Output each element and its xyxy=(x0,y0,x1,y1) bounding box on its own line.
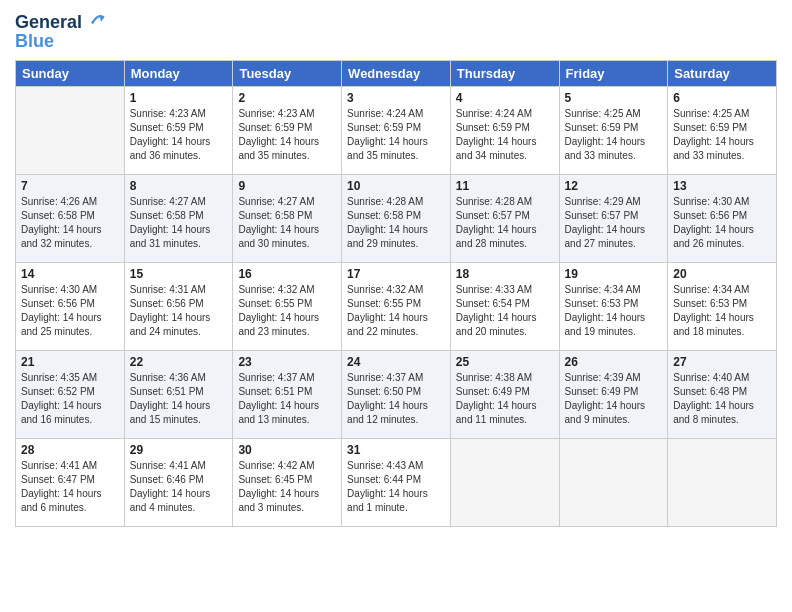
calendar-cell xyxy=(16,86,125,174)
day-number: 18 xyxy=(456,267,554,281)
calendar-cell: 21 Sunrise: 4:35 AM Sunset: 6:52 PM Dayl… xyxy=(16,350,125,438)
day-number: 11 xyxy=(456,179,554,193)
calendar-cell: 31 Sunrise: 4:43 AM Sunset: 6:44 PM Dayl… xyxy=(342,438,451,526)
day-number: 29 xyxy=(130,443,228,457)
day-info: Sunrise: 4:35 AM Sunset: 6:52 PM Dayligh… xyxy=(21,371,119,427)
day-number: 9 xyxy=(238,179,336,193)
day-number: 27 xyxy=(673,355,771,369)
calendar-cell: 27 Sunrise: 4:40 AM Sunset: 6:48 PM Dayl… xyxy=(668,350,777,438)
day-number: 19 xyxy=(565,267,663,281)
day-number: 6 xyxy=(673,91,771,105)
calendar-cell: 6 Sunrise: 4:25 AM Sunset: 6:59 PM Dayli… xyxy=(668,86,777,174)
calendar-cell: 18 Sunrise: 4:33 AM Sunset: 6:54 PM Dayl… xyxy=(450,262,559,350)
day-number: 30 xyxy=(238,443,336,457)
day-info: Sunrise: 4:37 AM Sunset: 6:51 PM Dayligh… xyxy=(238,371,336,427)
day-number: 10 xyxy=(347,179,445,193)
day-number: 17 xyxy=(347,267,445,281)
weekday-header-saturday: Saturday xyxy=(668,60,777,86)
calendar-cell: 26 Sunrise: 4:39 AM Sunset: 6:49 PM Dayl… xyxy=(559,350,668,438)
calendar-cell: 15 Sunrise: 4:31 AM Sunset: 6:56 PM Dayl… xyxy=(124,262,233,350)
calendar-cell: 3 Sunrise: 4:24 AM Sunset: 6:59 PM Dayli… xyxy=(342,86,451,174)
day-info: Sunrise: 4:34 AM Sunset: 6:53 PM Dayligh… xyxy=(673,283,771,339)
day-number: 8 xyxy=(130,179,228,193)
calendar-cell: 23 Sunrise: 4:37 AM Sunset: 6:51 PM Dayl… xyxy=(233,350,342,438)
calendar-cell: 14 Sunrise: 4:30 AM Sunset: 6:56 PM Dayl… xyxy=(16,262,125,350)
day-number: 23 xyxy=(238,355,336,369)
day-number: 16 xyxy=(238,267,336,281)
week-row-5: 28 Sunrise: 4:41 AM Sunset: 6:47 PM Dayl… xyxy=(16,438,777,526)
week-row-1: 1 Sunrise: 4:23 AM Sunset: 6:59 PM Dayli… xyxy=(16,86,777,174)
logo-text: General xyxy=(15,10,107,33)
calendar-cell: 10 Sunrise: 4:28 AM Sunset: 6:58 PM Dayl… xyxy=(342,174,451,262)
day-info: Sunrise: 4:33 AM Sunset: 6:54 PM Dayligh… xyxy=(456,283,554,339)
day-info: Sunrise: 4:34 AM Sunset: 6:53 PM Dayligh… xyxy=(565,283,663,339)
day-info: Sunrise: 4:28 AM Sunset: 6:58 PM Dayligh… xyxy=(347,195,445,251)
calendar-cell: 7 Sunrise: 4:26 AM Sunset: 6:58 PM Dayli… xyxy=(16,174,125,262)
day-info: Sunrise: 4:39 AM Sunset: 6:49 PM Dayligh… xyxy=(565,371,663,427)
logo: General Blue xyxy=(15,10,107,52)
day-number: 15 xyxy=(130,267,228,281)
day-info: Sunrise: 4:41 AM Sunset: 6:47 PM Dayligh… xyxy=(21,459,119,515)
day-info: Sunrise: 4:38 AM Sunset: 6:49 PM Dayligh… xyxy=(456,371,554,427)
day-info: Sunrise: 4:23 AM Sunset: 6:59 PM Dayligh… xyxy=(130,107,228,163)
day-info: Sunrise: 4:30 AM Sunset: 6:56 PM Dayligh… xyxy=(21,283,119,339)
day-info: Sunrise: 4:43 AM Sunset: 6:44 PM Dayligh… xyxy=(347,459,445,515)
calendar-cell: 24 Sunrise: 4:37 AM Sunset: 6:50 PM Dayl… xyxy=(342,350,451,438)
day-number: 22 xyxy=(130,355,228,369)
day-number: 7 xyxy=(21,179,119,193)
day-info: Sunrise: 4:27 AM Sunset: 6:58 PM Dayligh… xyxy=(130,195,228,251)
weekday-header-sunday: Sunday xyxy=(16,60,125,86)
day-info: Sunrise: 4:27 AM Sunset: 6:58 PM Dayligh… xyxy=(238,195,336,251)
calendar-cell: 5 Sunrise: 4:25 AM Sunset: 6:59 PM Dayli… xyxy=(559,86,668,174)
day-number: 31 xyxy=(347,443,445,457)
weekday-header-row: SundayMondayTuesdayWednesdayThursdayFrid… xyxy=(16,60,777,86)
day-number: 1 xyxy=(130,91,228,105)
day-info: Sunrise: 4:32 AM Sunset: 6:55 PM Dayligh… xyxy=(238,283,336,339)
day-info: Sunrise: 4:30 AM Sunset: 6:56 PM Dayligh… xyxy=(673,195,771,251)
day-number: 13 xyxy=(673,179,771,193)
calendar-cell: 2 Sunrise: 4:23 AM Sunset: 6:59 PM Dayli… xyxy=(233,86,342,174)
calendar-cell: 28 Sunrise: 4:41 AM Sunset: 6:47 PM Dayl… xyxy=(16,438,125,526)
day-number: 4 xyxy=(456,91,554,105)
logo-blue: Blue xyxy=(15,31,107,52)
day-info: Sunrise: 4:42 AM Sunset: 6:45 PM Dayligh… xyxy=(238,459,336,515)
calendar-cell: 12 Sunrise: 4:29 AM Sunset: 6:57 PM Dayl… xyxy=(559,174,668,262)
calendar-cell xyxy=(668,438,777,526)
calendar-cell: 20 Sunrise: 4:34 AM Sunset: 6:53 PM Dayl… xyxy=(668,262,777,350)
day-info: Sunrise: 4:23 AM Sunset: 6:59 PM Dayligh… xyxy=(238,107,336,163)
calendar-cell: 13 Sunrise: 4:30 AM Sunset: 6:56 PM Dayl… xyxy=(668,174,777,262)
calendar-cell: 8 Sunrise: 4:27 AM Sunset: 6:58 PM Dayli… xyxy=(124,174,233,262)
calendar-cell: 16 Sunrise: 4:32 AM Sunset: 6:55 PM Dayl… xyxy=(233,262,342,350)
day-number: 2 xyxy=(238,91,336,105)
calendar-cell: 30 Sunrise: 4:42 AM Sunset: 6:45 PM Dayl… xyxy=(233,438,342,526)
calendar-cell: 19 Sunrise: 4:34 AM Sunset: 6:53 PM Dayl… xyxy=(559,262,668,350)
calendar-cell xyxy=(559,438,668,526)
day-info: Sunrise: 4:41 AM Sunset: 6:46 PM Dayligh… xyxy=(130,459,228,515)
weekday-header-tuesday: Tuesday xyxy=(233,60,342,86)
day-info: Sunrise: 4:40 AM Sunset: 6:48 PM Dayligh… xyxy=(673,371,771,427)
day-number: 21 xyxy=(21,355,119,369)
day-number: 20 xyxy=(673,267,771,281)
day-info: Sunrise: 4:24 AM Sunset: 6:59 PM Dayligh… xyxy=(347,107,445,163)
calendar-cell: 22 Sunrise: 4:36 AM Sunset: 6:51 PM Dayl… xyxy=(124,350,233,438)
day-info: Sunrise: 4:32 AM Sunset: 6:55 PM Dayligh… xyxy=(347,283,445,339)
weekday-header-thursday: Thursday xyxy=(450,60,559,86)
day-info: Sunrise: 4:28 AM Sunset: 6:57 PM Dayligh… xyxy=(456,195,554,251)
calendar-cell: 17 Sunrise: 4:32 AM Sunset: 6:55 PM Dayl… xyxy=(342,262,451,350)
calendar-table: SundayMondayTuesdayWednesdayThursdayFrid… xyxy=(15,60,777,527)
week-row-4: 21 Sunrise: 4:35 AM Sunset: 6:52 PM Dayl… xyxy=(16,350,777,438)
calendar-cell: 1 Sunrise: 4:23 AM Sunset: 6:59 PM Dayli… xyxy=(124,86,233,174)
week-row-3: 14 Sunrise: 4:30 AM Sunset: 6:56 PM Dayl… xyxy=(16,262,777,350)
calendar-cell: 25 Sunrise: 4:38 AM Sunset: 6:49 PM Dayl… xyxy=(450,350,559,438)
page: General Blue SundayMondayTuesdayWednesda… xyxy=(0,0,792,612)
day-number: 26 xyxy=(565,355,663,369)
calendar-cell xyxy=(450,438,559,526)
calendar-cell: 4 Sunrise: 4:24 AM Sunset: 6:59 PM Dayli… xyxy=(450,86,559,174)
day-info: Sunrise: 4:26 AM Sunset: 6:58 PM Dayligh… xyxy=(21,195,119,251)
day-number: 25 xyxy=(456,355,554,369)
day-number: 28 xyxy=(21,443,119,457)
day-info: Sunrise: 4:24 AM Sunset: 6:59 PM Dayligh… xyxy=(456,107,554,163)
day-info: Sunrise: 4:37 AM Sunset: 6:50 PM Dayligh… xyxy=(347,371,445,427)
day-info: Sunrise: 4:29 AM Sunset: 6:57 PM Dayligh… xyxy=(565,195,663,251)
day-info: Sunrise: 4:25 AM Sunset: 6:59 PM Dayligh… xyxy=(673,107,771,163)
